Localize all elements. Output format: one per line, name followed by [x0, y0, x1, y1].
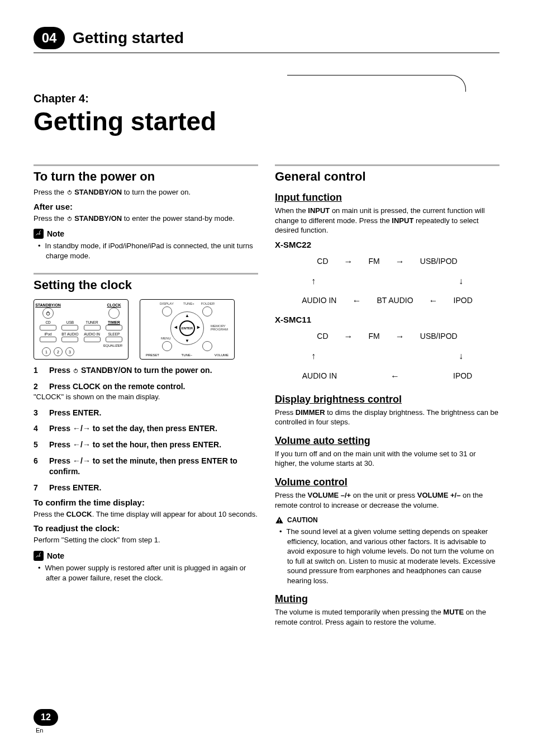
- clock-button: [108, 308, 120, 319]
- caution-list: The sound level at a given volume settin…: [275, 527, 499, 585]
- arrow-right-icon: →: [396, 327, 404, 346]
- muting-body: The volume is muted temporarily when pre…: [275, 607, 499, 627]
- svg-rect-9: [279, 522, 279, 522]
- note-header: Note: [34, 229, 258, 239]
- display-brightness-body: Press DIMMER to dims the display brightn…: [275, 408, 499, 427]
- input-function-title: Input function: [275, 192, 499, 204]
- page-title: Getting started: [34, 106, 499, 136]
- chapter-number-badge: 04: [34, 27, 65, 49]
- nav-display: [162, 306, 172, 316]
- arrow-down-icon: ↓: [459, 271, 463, 291]
- caution-item: The sound level at a given volume settin…: [287, 527, 499, 585]
- arrow-right-icon: →: [344, 327, 353, 346]
- remote-diagrams: STANDBY/ON CLOCK CD USB TUNER TIMER iPod…: [34, 299, 258, 360]
- volume-control-body: Press the VOLUME –/+ on the unit or pres…: [275, 490, 499, 510]
- confirm-body: Press the CLOCK. The time display will a…: [34, 509, 258, 519]
- enter-button: ENTER: [179, 320, 195, 336]
- power-icon: [73, 367, 79, 374]
- step-2: 2Press CLOCK on the remote control.: [34, 381, 258, 392]
- cycle-b: CD→ FM→ USB/IPOD ↑ ↓ AUDIO IN ← IPOD: [275, 327, 499, 386]
- power-icon: [66, 215, 73, 221]
- volume-control-title: Volume control: [275, 476, 499, 488]
- right-arrow-icon: ►: [196, 324, 201, 330]
- down-arrow-icon: ▼: [185, 338, 189, 343]
- arrow-right-icon: →: [344, 252, 353, 271]
- nav-volume: [202, 341, 212, 351]
- volume-auto-title: Volume auto setting: [275, 435, 499, 447]
- corner-rule: [287, 75, 466, 92]
- after-use-label: After use:: [34, 202, 258, 211]
- note-icon: [34, 229, 44, 239]
- arrow-up-icon: ↑: [311, 346, 316, 366]
- chapter-label: Chapter 4:: [34, 92, 499, 105]
- arrow-down-icon: ↓: [459, 346, 463, 366]
- note-item: In standby mode, if iPod/iPhone/iPad is …: [46, 241, 258, 261]
- note-header: Note: [34, 551, 258, 561]
- caution-label: CAUTION: [287, 516, 318, 524]
- display-brightness-title: Display brightness control: [275, 394, 499, 405]
- note-icon: [34, 551, 44, 561]
- readjust-body: Perform "Setting the clock" from step 1.: [34, 535, 258, 545]
- readjust-title: To readjust the clock:: [34, 523, 258, 533]
- page-footer: 12 En: [34, 709, 58, 734]
- caution-icon: [275, 516, 284, 525]
- step-3: 3Press ENTER.: [34, 408, 258, 418]
- running-title: Getting started: [73, 29, 184, 47]
- note-list: When power supply is restored after unit…: [34, 563, 258, 583]
- arrow-up-icon: ↑: [311, 271, 316, 291]
- caution-header: CAUTION: [275, 516, 499, 525]
- nav-folder: [202, 306, 212, 316]
- note-label: Note: [47, 229, 64, 238]
- arrow-left-icon: ←: [352, 291, 361, 310]
- up-arrow-icon: ▲: [185, 313, 189, 318]
- note-list: In standby mode, if iPod/iPhone/iPad is …: [34, 241, 258, 261]
- model-a-label: X-SMC22: [275, 240, 499, 249]
- page-header: 04 Getting started: [34, 27, 499, 53]
- power-line2: Press the STANDBY/ON to enter the power …: [34, 214, 258, 224]
- note-item: When power supply is restored after unit…: [46, 563, 258, 583]
- remote-diagram-a: STANDBY/ON CLOCK CD USB TUNER TIMER iPod…: [34, 299, 129, 360]
- page-language: En: [36, 727, 58, 734]
- step-5: 5Press ←/→ to set the hour, then press E…: [34, 440, 258, 450]
- left-column: To turn the power on Press the STANDBY/O…: [34, 164, 258, 630]
- step-6: 6Press ←/→ to set the minute, then press…: [34, 456, 258, 477]
- input-function-body: When the INPUT on main unit is pressed, …: [275, 206, 499, 235]
- page-number-badge: 12: [34, 709, 58, 726]
- left-arrow-icon: ◄: [173, 324, 178, 330]
- cycle-a: CD→ FM→ USB/IPOD ↑ ↓ AUDIO IN← BT AUDIO←…: [275, 252, 499, 311]
- confirm-title: To confirm the time display:: [34, 498, 258, 507]
- step-2-sub: "CLOCK" is shown on the main display.: [34, 392, 258, 402]
- muting-title: Muting: [275, 593, 499, 605]
- section-general-title: General control: [275, 169, 499, 184]
- svg-rect-8: [279, 519, 279, 521]
- step-4: 4Press ←/→ to set the day, then press EN…: [34, 423, 258, 434]
- volume-auto-body: If you turn off and on the main unit wit…: [275, 449, 499, 469]
- power-icon: [66, 189, 73, 195]
- note-label: Note: [47, 551, 64, 560]
- standby-button: [42, 308, 54, 319]
- arrow-left-icon: ←: [391, 366, 399, 386]
- section-clock-title: Setting the clock: [34, 278, 258, 292]
- power-line1: Press the STANDBY/ON to turn the power o…: [34, 187, 258, 197]
- model-b-label: X-SMC11: [275, 315, 499, 324]
- right-column: General control Input function When the …: [275, 164, 499, 630]
- section-power-title: To turn the power on: [34, 169, 258, 184]
- remote-diagram-b: DISPLAY TUNE+ FOLDER ENTER ◄ ► ▲ ▼ MEMOR…: [140, 299, 235, 360]
- step-1: 1Press STANDBY/ON to turn the power on.: [34, 365, 258, 376]
- arrow-left-icon: ←: [429, 291, 438, 310]
- nav-menu: [162, 341, 172, 351]
- step-7: 7Press ENTER.: [34, 483, 258, 493]
- arrow-right-icon: →: [396, 252, 404, 271]
